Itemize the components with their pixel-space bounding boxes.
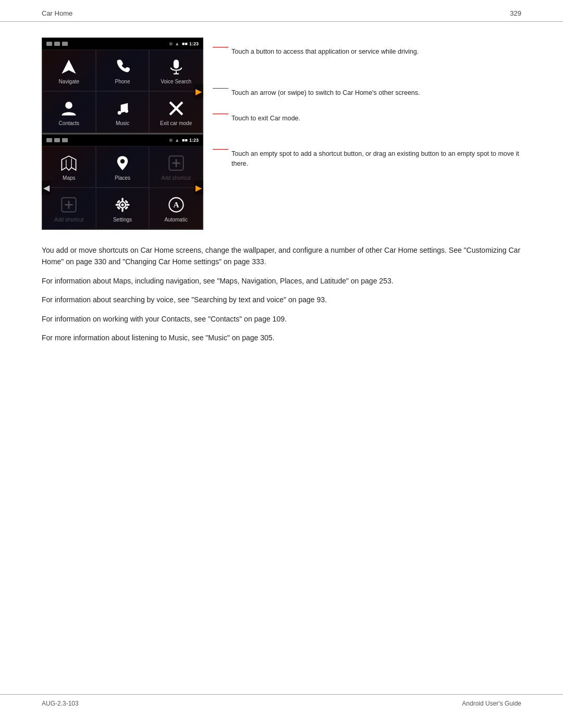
battery-icon-2: ■■: [182, 138, 188, 143]
right-arrow-2[interactable]: ▶: [194, 181, 203, 195]
settings-icon: [114, 196, 131, 214]
phone-screens: ⊕ ▲ ■■ 1:23 Navigate: [42, 38, 203, 230]
status-icons-left-2: [46, 138, 68, 142]
wifi-icon: ⊕: [169, 41, 173, 46]
contacts-label: Contacts: [59, 120, 79, 127]
svg-rect-1: [174, 59, 179, 68]
status-time-2: 1:23: [189, 138, 199, 143]
status-icons-right-1: ⊕ ▲ ■■ 1:23: [169, 41, 199, 46]
phone-cell[interactable]: Phone: [96, 50, 150, 91]
callout-2-line: [213, 88, 228, 89]
callout-3-hline: [213, 114, 228, 114]
maps-icon: [60, 154, 78, 172]
callout-4-line: [213, 149, 228, 150]
callout-2-text: Touch an arrow (or swipe) to switch to C…: [228, 88, 420, 98]
svg-rect-19: [121, 208, 123, 212]
status-bar-2: ⊕ ▲ ■■ 1:23: [42, 134, 203, 146]
callout-1: Touch a button to access that applicatio…: [213, 47, 521, 57]
app-grid-1: Navigate Phone: [42, 50, 203, 133]
phone-icon: [114, 58, 131, 76]
callout-1-line: [213, 47, 228, 47]
app-grid-2: Maps Places: [42, 146, 203, 229]
svg-marker-0: [62, 59, 76, 73]
signal-icon: ▲: [175, 41, 179, 46]
callout-2: Touch an arrow (or swipe) to switch to C…: [213, 88, 521, 98]
voice-search-label: Voice Search: [161, 79, 191, 85]
status-icon-5: [54, 138, 60, 142]
navigate-cell[interactable]: Navigate: [42, 50, 96, 91]
callout-3-text: Touch to exit Car mode.: [228, 114, 300, 124]
footer-left: AUG-2.3-103: [42, 700, 79, 707]
exit-car-mode-label: Exit car mode: [160, 120, 192, 127]
callout-3-line: [213, 114, 228, 114]
svg-rect-21: [126, 204, 130, 205]
contacts-icon: [60, 100, 78, 117]
add-shortcut-label-1: Add shortcut: [162, 175, 191, 181]
footer-right: Android User's Guide: [462, 700, 521, 707]
status-icon-6: [62, 138, 68, 142]
screenshot-section: ⊕ ▲ ■■ 1:23 Navigate: [42, 38, 521, 230]
svg-point-4: [66, 102, 73, 109]
exit-car-mode-icon: [167, 100, 185, 117]
svg-rect-20: [115, 204, 119, 205]
page-footer: AUG-2.3-103 Android User's Guide: [0, 694, 563, 707]
page-number: 329: [510, 9, 521, 17]
places-label: Places: [115, 175, 130, 181]
callouts-container: Touch a button to access that applicatio…: [203, 38, 521, 178]
svg-rect-18: [121, 198, 123, 201]
add-shortcut-icon-1: [167, 154, 185, 172]
screen2: ⊕ ▲ ■■ 1:23: [42, 133, 203, 230]
callout-4-text: Touch an empty spot to add a shortcut bu…: [228, 149, 521, 169]
svg-point-17: [121, 203, 124, 206]
body-para-1: You add or move shortcuts on Car Home sc…: [42, 244, 521, 268]
status-icon-4: [46, 138, 52, 142]
phone-label: Phone: [115, 79, 130, 85]
body-para-5: For more information about listening to …: [42, 332, 521, 343]
left-arrow-2[interactable]: ◀: [42, 181, 51, 195]
right-arrow-1[interactable]: ▶: [194, 84, 203, 98]
page-title: Car Home: [42, 9, 72, 17]
status-icon-3: [62, 42, 68, 46]
callout-1-text: Touch a button to access that applicatio…: [228, 47, 419, 57]
signal-icon-2: ▲: [175, 138, 179, 143]
callout-4: Touch an empty spot to add a shortcut bu…: [213, 149, 521, 169]
main-content: ⊕ ▲ ■■ 1:23 Navigate: [0, 38, 563, 343]
settings-label: Settings: [113, 217, 132, 223]
callout-2-hline: [213, 88, 228, 89]
add-shortcut-icon-2: [60, 196, 78, 214]
svg-point-5: [118, 111, 121, 115]
status-icons-left-1: [46, 42, 68, 46]
automatic-icon: A: [167, 196, 185, 214]
voice-search-icon: [167, 58, 185, 76]
body-para-2: For information about Maps, including na…: [42, 275, 521, 287]
svg-point-9: [120, 159, 125, 164]
svg-text:A: A: [173, 200, 179, 209]
status-bar-1: ⊕ ▲ ■■ 1:23: [42, 38, 203, 50]
body-para-3: For information about searching by voice…: [42, 294, 521, 305]
callout-4-hline: [213, 149, 228, 150]
contacts-cell[interactable]: Contacts: [42, 91, 96, 133]
add-shortcut-label-2: Add shortcut: [54, 217, 83, 223]
status-icon-1: [46, 42, 52, 46]
status-icon-2: [54, 42, 60, 46]
screen1: ⊕ ▲ ■■ 1:23 Navigate: [42, 38, 203, 133]
navigate-icon: [60, 58, 78, 76]
status-time-1: 1:23: [189, 41, 199, 46]
status-icons-right-2: ⊕ ▲ ■■ 1:23: [169, 138, 199, 143]
page-header: Car Home 329: [0, 0, 563, 22]
music-label: Music: [116, 120, 129, 127]
svg-point-6: [125, 109, 128, 113]
maps-label: Maps: [63, 175, 75, 181]
body-para-4: For information on working with your Con…: [42, 313, 521, 325]
places-icon: [114, 154, 131, 172]
callout-3: Touch to exit Car mode.: [213, 114, 521, 124]
navigate-label: Navigate: [59, 79, 79, 85]
settings-cell[interactable]: Settings: [96, 188, 150, 229]
automatic-label: Automatic: [164, 217, 187, 223]
callout-1-hline: [213, 47, 228, 47]
battery-icon: ■■: [182, 41, 188, 46]
music-cell[interactable]: Music: [96, 91, 150, 133]
music-icon: [114, 100, 131, 117]
places-cell[interactable]: Places: [96, 146, 150, 188]
wifi-icon-2: ⊕: [169, 138, 173, 143]
